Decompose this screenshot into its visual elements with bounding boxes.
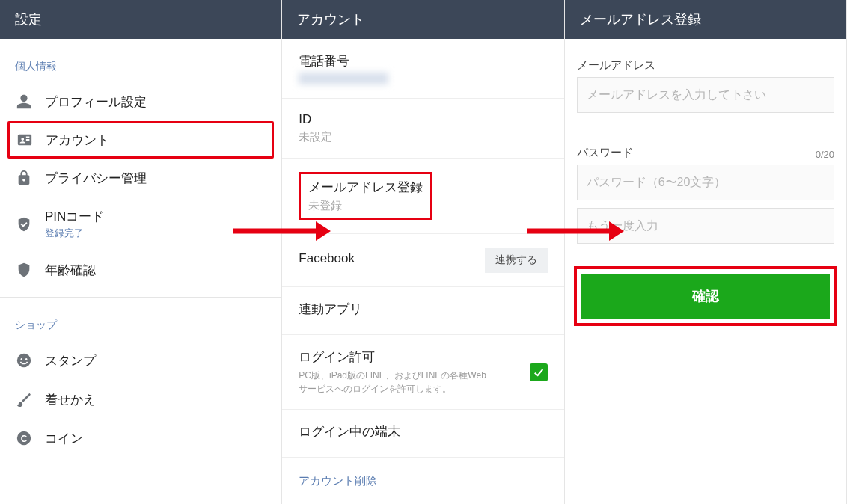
menu-coin[interactable]: C コイン	[0, 419, 281, 458]
confirm-button[interactable]: 確認	[581, 274, 830, 319]
logged-in-devices-label: ログイン中の端末	[299, 423, 547, 440]
row-email-register[interactable]: メールアドレス登録 未登録	[282, 159, 563, 234]
menu-age-label: 年齢確認	[45, 262, 96, 279]
row-id[interactable]: ID 未設定	[282, 99, 563, 159]
account-panel: アカウント 電話番号 ID 未設定 メールアドレス登録 未登録 Facebook…	[282, 0, 564, 504]
menu-privacy-label: プライバシー管理	[45, 170, 147, 187]
linked-apps-label: 連動アプリ	[299, 301, 547, 318]
email-input[interactable]	[577, 77, 834, 113]
id-value: 未設定	[299, 130, 547, 144]
settings-body: 個人情報 プロフィール設定 アカウント プライバシー管理 PINコード	[0, 39, 281, 504]
svg-point-2	[25, 358, 27, 360]
email-register-value: 未登録	[308, 199, 423, 213]
menu-stamp[interactable]: スタンプ	[0, 341, 281, 380]
email-field-label: メールアドレス	[577, 58, 834, 73]
menu-privacy[interactable]: プライバシー管理	[0, 159, 281, 197]
menu-profile-label: プロフィール設定	[45, 93, 147, 111]
row-facebook: Facebook 連携する	[282, 234, 563, 287]
menu-profile-settings[interactable]: プロフィール設定	[0, 82, 281, 121]
row-logged-in-devices[interactable]: ログイン中の端末	[282, 410, 563, 458]
menu-pin-label: PINコード	[45, 208, 104, 225]
login-perm-checkbox[interactable]	[530, 363, 548, 381]
menu-stamp-label: スタンプ	[45, 352, 96, 369]
account-delete-link[interactable]: アカウント削除	[282, 458, 563, 504]
login-perm-desc: PC版、iPad版のLINE、およびLINEの各種Webサービスへのログインを許…	[299, 369, 493, 396]
confirm-highlight: 確認	[574, 266, 837, 326]
settings-title: 設定	[0, 0, 281, 39]
facebook-label: Facebook	[299, 251, 355, 266]
settings-panel: 設定 個人情報 プロフィール設定 アカウント プライバシー管理	[0, 0, 282, 504]
login-perm-label: ログイン許可	[299, 348, 493, 366]
password-counter: 0/20	[816, 149, 834, 160]
row-linked-apps[interactable]: 連動アプリ	[282, 287, 563, 335]
svg-point-0	[17, 354, 31, 367]
menu-theme-label: 着せかえ	[45, 391, 96, 408]
menu-account-label: アカウント	[46, 132, 109, 149]
person-icon	[15, 93, 33, 111]
menu-pin[interactable]: PINコード 登録完了	[0, 197, 281, 251]
facebook-link-button[interactable]: 連携する	[485, 248, 548, 273]
password-input[interactable]	[577, 165, 834, 200]
id-label: ID	[299, 112, 547, 127]
email-register-label: メールアドレス登録	[308, 179, 423, 196]
account-title: アカウント	[282, 0, 563, 39]
svg-text:C: C	[21, 434, 28, 444]
email-register-body: メールアドレス パスワード 0/20 確認	[565, 39, 846, 504]
shield-icon	[15, 261, 33, 279]
brush-icon	[15, 390, 33, 408]
menu-coin-label: コイン	[45, 430, 83, 447]
menu-age-verify[interactable]: 年齢確認	[0, 251, 281, 289]
id-card-icon	[16, 131, 34, 149]
email-register-panel: メールアドレス登録 メールアドレス パスワード 0/20 確認	[565, 0, 847, 504]
shield-check-icon	[15, 215, 33, 233]
email-register-highlight: メールアドレス登録 未登録	[299, 172, 432, 220]
menu-account[interactable]: アカウント	[7, 121, 274, 159]
menu-theme[interactable]: 着せかえ	[0, 380, 281, 419]
password-confirm-input[interactable]	[577, 208, 834, 244]
password-field-label: パスワード 0/20	[577, 146, 834, 160]
section-personal-info: 個人情報	[0, 39, 281, 82]
svg-point-1	[21, 358, 22, 360]
row-phone[interactable]: 電話番号	[282, 39, 563, 99]
email-register-title: メールアドレス登録	[565, 0, 846, 39]
phone-label: 電話番号	[299, 52, 547, 70]
coin-icon: C	[15, 429, 33, 447]
row-login-permission: ログイン許可 PC版、iPad版のLINE、およびLINEの各種Webサービスへ…	[282, 335, 563, 410]
section-shop: ショップ	[0, 298, 281, 341]
lock-icon	[15, 169, 33, 187]
smile-icon	[15, 351, 33, 369]
phone-value-redacted	[299, 73, 388, 84]
menu-pin-sub: 登録完了	[45, 227, 104, 240]
account-body: 電話番号 ID 未設定 メールアドレス登録 未登録 Facebook 連携する …	[282, 39, 563, 504]
